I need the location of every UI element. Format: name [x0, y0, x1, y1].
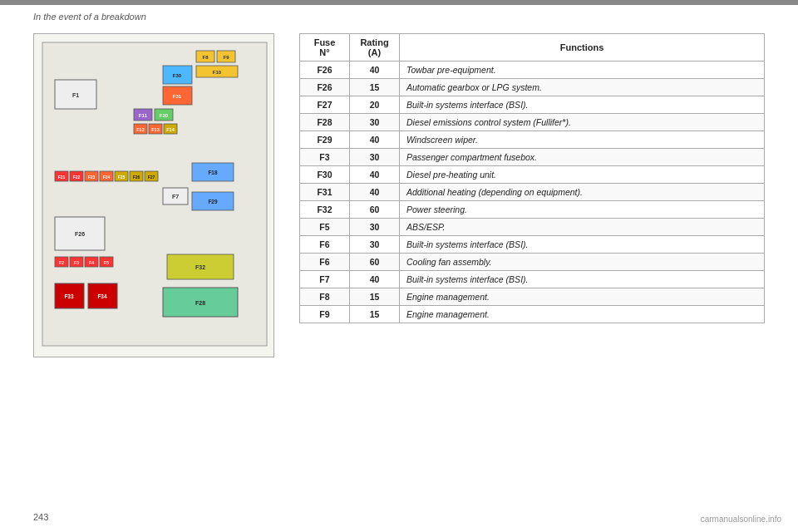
fuse-rating: 15	[350, 306, 400, 323]
page-header: In the event of a breakdown	[0, 5, 798, 25]
fuse-number: F26	[300, 62, 350, 79]
fuse-table: FuseN° Rating(A) Functions F2640Towbar p…	[299, 33, 765, 323]
fuse-rating: 40	[350, 131, 400, 149]
table-row: F660Cooling fan assembly.	[300, 254, 765, 271]
fuse-function: Built-in systems interface (BSI).	[400, 236, 765, 254]
fuse-rating: 20	[350, 96, 400, 114]
fuse-function: Built-in systems interface (BSI).	[400, 271, 765, 288]
header-title: In the event of a breakdown	[33, 12, 146, 22]
svg-text:F3: F3	[74, 260, 79, 265]
svg-text:F4: F4	[89, 260, 94, 265]
table-row: F2830Diesel emissions control system (Fu…	[300, 114, 765, 131]
fuse-number: F5	[300, 219, 350, 236]
svg-text:F11: F11	[139, 113, 148, 118]
fuse-function: Automatic gearbox or LPG system.	[400, 79, 765, 96]
table-row: F3140Additional heating (depending on eq…	[300, 184, 765, 201]
fuse-data-table: FuseN° Rating(A) Functions F2640Towbar p…	[299, 33, 765, 323]
fuse-rating: 15	[350, 288, 400, 306]
fuse-function: Engine management.	[400, 288, 765, 306]
fuse-function: Diesel emissions control system (Fullife…	[400, 114, 765, 131]
fuse-number: F9	[300, 306, 350, 323]
fuse-number: F27	[300, 96, 350, 114]
table-row: F740Built-in systems interface (BSI).	[300, 271, 765, 288]
page-number: 243	[33, 512, 48, 522]
svg-text:F33: F33	[64, 293, 74, 299]
fuse-function: ABS/ESP.	[400, 219, 765, 236]
svg-text:F23: F23	[88, 175, 96, 180]
fuse-diagram: F8 F9 F10 F30 F31 F1 F11 F20 F12	[33, 33, 274, 357]
table-row: F630Built-in systems interface (BSI).	[300, 236, 765, 254]
svg-text:F30: F30	[173, 73, 182, 78]
fuse-number: F32	[300, 201, 350, 219]
fuse-number: F7	[300, 271, 350, 288]
content-area: F8 F9 F10 F30 F31 F1 F11 F20 F12	[0, 25, 798, 366]
svg-text:F26: F26	[133, 175, 140, 180]
svg-text:F26: F26	[75, 231, 85, 237]
svg-text:F13: F13	[151, 127, 159, 132]
fuse-rating: 15	[350, 79, 400, 96]
svg-text:F27: F27	[148, 175, 155, 180]
fuse-function: Passenger compartment fusebox.	[400, 149, 765, 166]
fuse-function: Built-in systems interface (BSI).	[400, 96, 765, 114]
fuse-rating: 40	[350, 184, 400, 201]
fuse-function: Diesel pre-heating unit.	[400, 166, 765, 184]
col-functions: Functions	[400, 34, 765, 62]
fuse-number: F6	[300, 236, 350, 254]
svg-text:F22: F22	[73, 175, 81, 180]
table-body: F2640Towbar pre-equipment.F2615Automatic…	[300, 62, 765, 323]
svg-text:F10: F10	[213, 70, 222, 75]
fuse-rating: 60	[350, 201, 400, 219]
svg-text:F24: F24	[103, 175, 111, 180]
svg-text:F32: F32	[195, 264, 205, 270]
fuse-box-svg: F8 F9 F10 F30 F31 F1 F11 F20 F12	[34, 34, 275, 358]
fuse-number: F3	[300, 149, 350, 166]
fuse-number: F8	[300, 288, 350, 306]
fuse-rating: 40	[350, 271, 400, 288]
fuse-function: Power steering.	[400, 201, 765, 219]
svg-text:F8: F8	[202, 55, 209, 60]
svg-text:F5: F5	[104, 260, 109, 265]
svg-text:F25: F25	[118, 175, 126, 180]
fuse-function: Additional heating (depending on equipme…	[400, 184, 765, 201]
svg-text:F20: F20	[160, 113, 169, 118]
fuse-rating: 30	[350, 236, 400, 254]
table-row: F2615Automatic gearbox or LPG system.	[300, 79, 765, 96]
svg-text:F34: F34	[97, 293, 107, 299]
svg-text:F2: F2	[59, 260, 64, 265]
fuse-number: F6	[300, 254, 350, 271]
svg-text:F18: F18	[208, 170, 218, 175]
table-row: F2720Built-in systems interface (BSI).	[300, 96, 765, 114]
svg-text:F7: F7	[172, 194, 179, 200]
svg-text:F12: F12	[136, 127, 144, 132]
table-row: F330Passenger compartment fusebox.	[300, 149, 765, 166]
table-row: F530ABS/ESP.	[300, 219, 765, 236]
col-fuse: FuseN°	[300, 34, 350, 62]
fuse-rating: 60	[350, 254, 400, 271]
table-row: F3260Power steering.	[300, 201, 765, 219]
svg-text:F21: F21	[58, 175, 66, 180]
table-row: F2940Windscreen wiper.	[300, 131, 765, 149]
fuse-rating: 30	[350, 114, 400, 131]
fuse-number: F31	[300, 184, 350, 201]
col-rating: Rating(A)	[350, 34, 400, 62]
svg-text:F14: F14	[166, 127, 175, 132]
svg-text:F29: F29	[208, 199, 218, 204]
fuse-function: Towbar pre-equipment.	[400, 62, 765, 79]
table-row: F815Engine management.	[300, 288, 765, 306]
fuse-number: F29	[300, 131, 350, 149]
svg-text:F1: F1	[72, 92, 79, 98]
fuse-number: F28	[300, 114, 350, 131]
fuse-function: Engine management.	[400, 306, 765, 323]
fuse-function: Cooling fan assembly.	[400, 254, 765, 271]
table-header-row: FuseN° Rating(A) Functions	[300, 34, 765, 62]
fuse-function: Windscreen wiper.	[400, 131, 765, 149]
fuse-number: F30	[300, 166, 350, 184]
fuse-rating: 40	[350, 166, 400, 184]
svg-text:F9: F9	[223, 55, 229, 60]
fuse-rating: 30	[350, 219, 400, 236]
svg-text:F31: F31	[173, 94, 182, 99]
footer-logo: carmanualsonline.info	[701, 515, 781, 524]
fuse-rating: 40	[350, 62, 400, 79]
table-row: F915Engine management.	[300, 306, 765, 323]
table-row: F2640Towbar pre-equipment.	[300, 62, 765, 79]
